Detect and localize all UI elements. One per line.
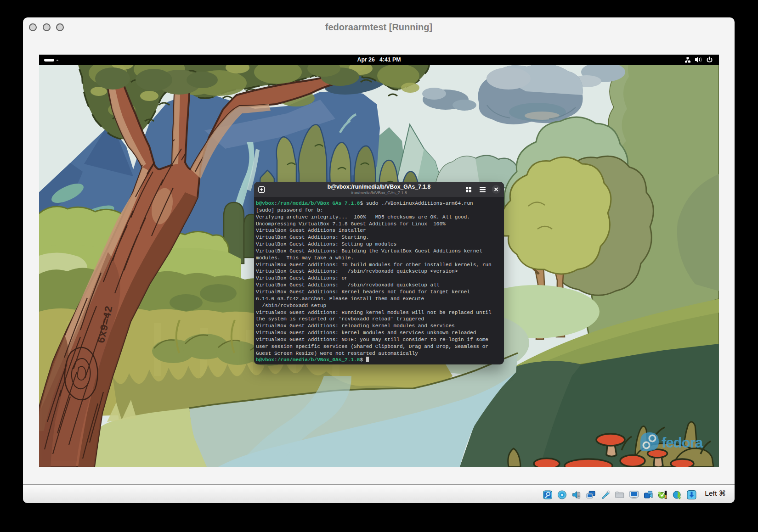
svg-text:fedora: fedora [662,434,703,451]
